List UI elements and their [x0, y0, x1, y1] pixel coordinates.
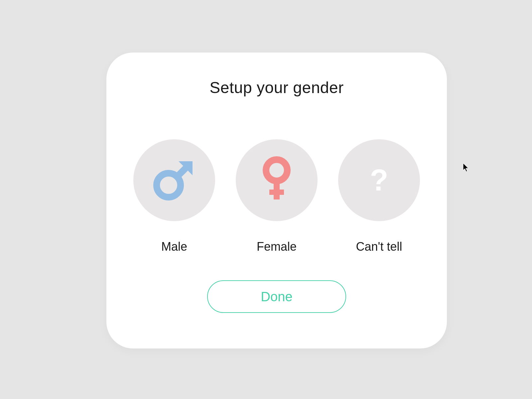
question-icon: ? [370, 163, 388, 198]
female-icon [260, 156, 293, 204]
cant-tell-circle: ? [338, 139, 420, 221]
option-male[interactable]: Male [133, 139, 215, 254]
done-button[interactable]: Done [207, 280, 346, 313]
svg-point-1 [266, 160, 287, 181]
gender-setup-card: Setup your gender Male [106, 53, 447, 348]
option-male-label: Male [161, 240, 187, 254]
option-female[interactable]: Female [236, 139, 318, 254]
male-circle [133, 139, 215, 221]
option-female-label: Female [257, 240, 297, 254]
option-cant-tell[interactable]: ? Can't tell [338, 139, 420, 254]
option-cant-tell-label: Can't tell [356, 240, 402, 254]
page-title: Setup your gender [209, 78, 343, 97]
svg-point-0 [157, 173, 181, 197]
male-icon [153, 158, 196, 202]
female-circle [236, 139, 318, 221]
gender-options: Male Female ? Can't tell [133, 139, 420, 254]
mouse-cursor [463, 163, 469, 174]
